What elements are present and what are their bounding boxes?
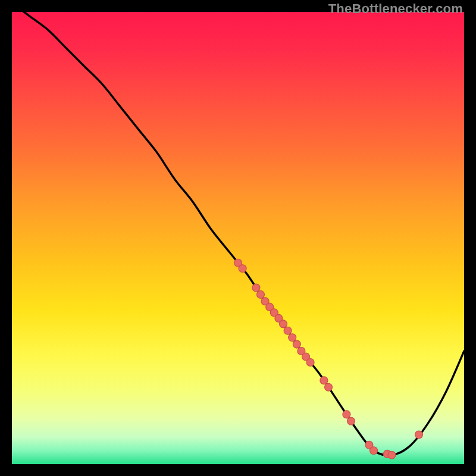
data-dot <box>280 320 287 328</box>
data-dot <box>347 417 355 425</box>
data-dot <box>257 291 265 299</box>
data-dot <box>388 451 396 459</box>
data-dot <box>289 334 296 342</box>
data-dot <box>370 447 378 455</box>
data-dot <box>252 284 260 292</box>
bottleneck-curve <box>12 12 464 455</box>
data-dot <box>306 359 314 367</box>
curve-layer <box>12 12 464 464</box>
data-dot <box>284 327 292 334</box>
data-dot <box>415 431 423 439</box>
data-dot <box>325 383 333 391</box>
chart-stage: TheBottlenecker.com <box>0 0 476 476</box>
plot-area <box>12 12 464 464</box>
watermark-text: TheBottlenecker.com <box>328 1 463 17</box>
data-dot <box>293 340 300 348</box>
data-dot <box>343 411 350 418</box>
data-dot <box>239 265 246 273</box>
data-dots <box>234 259 423 459</box>
data-dot <box>320 377 328 384</box>
